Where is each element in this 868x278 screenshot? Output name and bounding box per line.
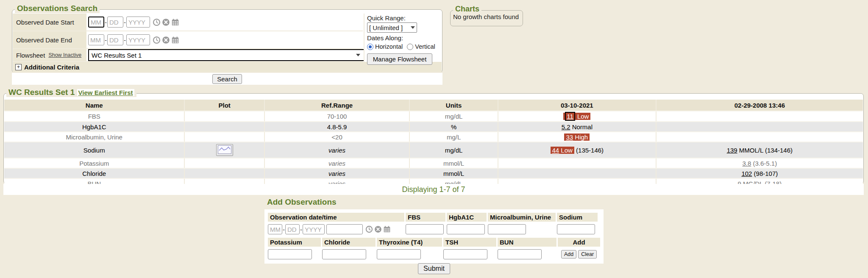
hgba1c-input[interactable] [447, 224, 485, 234]
plot-sodium-button[interactable] [216, 144, 233, 156]
value-link[interactable]: 11 [565, 112, 575, 121]
date-separator: - [105, 36, 107, 44]
col-header-name: Name [4, 100, 184, 111]
value-link[interactable]: 5.2 [562, 123, 570, 131]
cell-units: % [409, 122, 498, 132]
cell-plot [184, 111, 264, 122]
thyroxine-input[interactable] [377, 249, 421, 259]
clock-icon[interactable] [153, 18, 161, 26]
date-start-day-input[interactable] [107, 17, 123, 28]
obs-month-input[interactable] [268, 224, 282, 234]
sodium-input[interactable] [557, 224, 595, 234]
date-separator: - [124, 36, 126, 44]
cell-value-date2: 102 (98-107) [656, 168, 863, 178]
cell-plot [184, 122, 264, 132]
obs-time-input[interactable] [326, 224, 363, 234]
cell-refrange: 4.8-5.9 [264, 122, 409, 132]
col-header-plot: Plot [184, 100, 264, 111]
radio-vertical[interactable] [407, 44, 413, 50]
quick-range-label: Quick Range: [367, 14, 442, 22]
flag-label: High [575, 133, 588, 141]
flowsheet-select[interactable]: WC Results Set 1 [88, 49, 364, 61]
date-separator: - [124, 19, 126, 26]
date-end-month-input[interactable] [88, 34, 104, 45]
chevron-down-icon [411, 26, 415, 29]
clear-date-icon[interactable] [374, 225, 382, 233]
obs-day-input[interactable] [285, 224, 300, 234]
observed-date-start-inputs: - - [86, 17, 363, 28]
range-note: (3.6-5.1) [753, 160, 777, 167]
quick-range-select[interactable]: [ Unlimited ] [367, 22, 417, 33]
cell-name: Potassium [4, 158, 184, 168]
search-button[interactable]: Search [212, 74, 242, 84]
table-row-fbs: FBS 70-100 mg/dL 11 Low [4, 111, 863, 122]
plus-box-icon[interactable]: + [15, 64, 22, 70]
cell-units: mg/L [409, 132, 498, 142]
submit-button[interactable]: Submit [418, 263, 450, 274]
date-end-day-input[interactable] [107, 34, 123, 45]
fbs-input[interactable] [406, 224, 444, 234]
chloride-input[interactable] [322, 249, 366, 259]
show-inactive-link[interactable]: Show Inactive [48, 52, 81, 58]
cell-refrange: <20 [264, 132, 409, 142]
flag-label: Normal [572, 123, 593, 131]
date-start-month-input[interactable] [88, 17, 104, 28]
add-input-row-1: - - [268, 223, 600, 235]
tsh-input[interactable] [443, 249, 487, 259]
bun-input[interactable] [498, 249, 542, 259]
results-fieldset: WC Results Set 1 View Earliest First Nam… [3, 93, 864, 184]
value-link[interactable]: 44 [552, 147, 559, 154]
cell-name: Chloride [4, 168, 184, 178]
col-header-units: Units [409, 100, 498, 111]
cell-refrange: 70-100 [264, 111, 409, 122]
fbs-input-cell [406, 224, 445, 234]
value-link[interactable]: 102 [741, 170, 752, 177]
flowsheet-selected-value: WC Results Set 1 [92, 52, 142, 59]
observed-date-start-row: Observed Date Start - - [13, 14, 363, 31]
table-row-microalbumin: Microalbumin, Urine <20 mg/L 33 High [4, 132, 863, 142]
header-hgba1c: HgbA1C [447, 213, 487, 222]
clear-button[interactable]: Clear [578, 250, 597, 259]
results-legend: WC Results Set 1 View Earliest First [6, 88, 136, 97]
cell-name: Sodium [4, 142, 184, 158]
calendar-icon[interactable] [171, 18, 179, 26]
calendar-icon[interactable] [171, 36, 179, 44]
clear-date-icon[interactable] [162, 18, 170, 26]
date-end-year-input[interactable] [126, 34, 150, 45]
view-earliest-first-link[interactable]: View Earliest First [77, 89, 134, 96]
header-bun: BUN [498, 238, 556, 247]
header-thyroxine: Thyroxine (T4) [377, 238, 442, 247]
manage-flowsheet-button[interactable]: Manage Flowsheet [367, 53, 432, 65]
abnormal-value-badge: 44 Low [551, 147, 574, 154]
observed-date-end-row: Observed Date End - - [13, 31, 363, 49]
observations-search-body: Observed Date Start - - Observed Date En… [13, 14, 442, 72]
cell-value-date2 [656, 122, 863, 132]
calendar-icon[interactable] [383, 225, 391, 233]
clock-icon[interactable] [153, 36, 161, 44]
flowsheet-row: Flowsheet Show Inactive WC Results Set 1 [13, 49, 363, 62]
bun-input-cell [498, 249, 556, 259]
charts-fieldset: Charts No growth charts found [450, 10, 523, 26]
thyroxine-input-cell [377, 249, 442, 259]
add-button[interactable]: Add [561, 250, 576, 259]
value-link[interactable]: 33 [566, 133, 573, 141]
date-start-year-input[interactable] [126, 17, 150, 28]
radio-horizontal[interactable] [367, 44, 373, 50]
clock-icon[interactable] [365, 225, 373, 233]
obs-year-input[interactable] [303, 224, 325, 234]
range-note: (135-146) [576, 147, 604, 154]
clear-date-icon[interactable] [162, 36, 170, 44]
value-link[interactable]: 139 [727, 147, 737, 154]
search-button-strip: Search [12, 73, 442, 85]
col-header-date2: 02-29-2008 13:46 [656, 100, 863, 111]
potassium-input[interactable] [268, 249, 312, 259]
paging-text: Displaying 1-7 of 7 [402, 185, 465, 194]
sparkline-icon [218, 145, 231, 154]
header-fbs: FBS [406, 213, 445, 222]
observations-search-legend: Observations Search [15, 4, 100, 13]
value-link[interactable]: 3.8 [742, 160, 751, 167]
microalbumin-input[interactable] [488, 224, 526, 234]
submit-row: Submit [418, 263, 450, 274]
header-tsh: TSH [443, 238, 496, 247]
table-row-hgba1c: HgbA1C 4.8-5.9 % 5.2 Normal [4, 122, 863, 132]
